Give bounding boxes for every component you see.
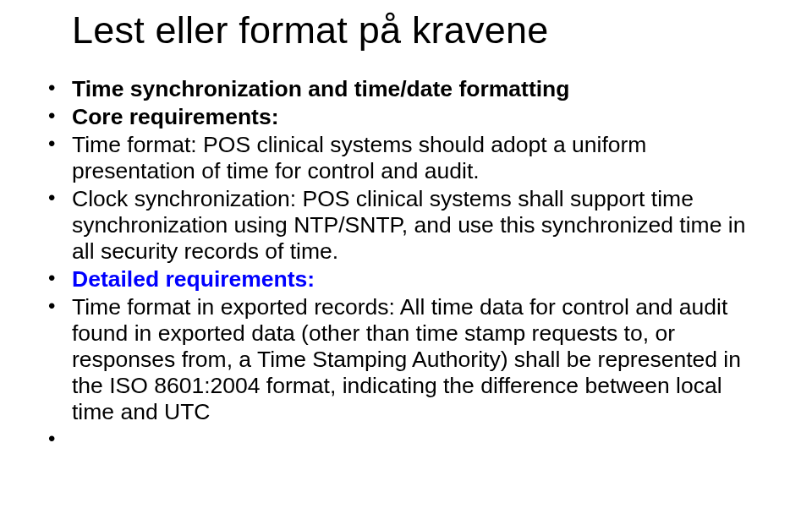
item-text: Core requirements: [72, 104, 278, 129]
item-text: Time format in exported records: All tim… [72, 294, 741, 424]
list-item: Time format in exported records: All tim… [47, 294, 770, 425]
item-text: Detailed requirements: [72, 266, 315, 292]
slide: Lest eller format på kravene Time synchr… [0, 0, 812, 514]
item-text: Clock synchronization: POS clinical syst… [72, 186, 745, 264]
list-item: Core requirements: [47, 104, 770, 130]
list-item: Time format: POS clinical systems should… [47, 132, 770, 184]
item-text: Time format: POS clinical systems should… [72, 132, 646, 183]
list-item: Time synchronization and time/date forma… [47, 76, 770, 102]
list-item: Detailed requirements: [47, 266, 770, 293]
item-text: Time synchronization and time/date forma… [72, 76, 569, 101]
bullet-list: Time synchronization and time/date forma… [47, 76, 770, 425]
slide-title: Lest eller format på kravene [72, 8, 770, 52]
list-item: Clock synchronization: POS clinical syst… [47, 186, 770, 265]
